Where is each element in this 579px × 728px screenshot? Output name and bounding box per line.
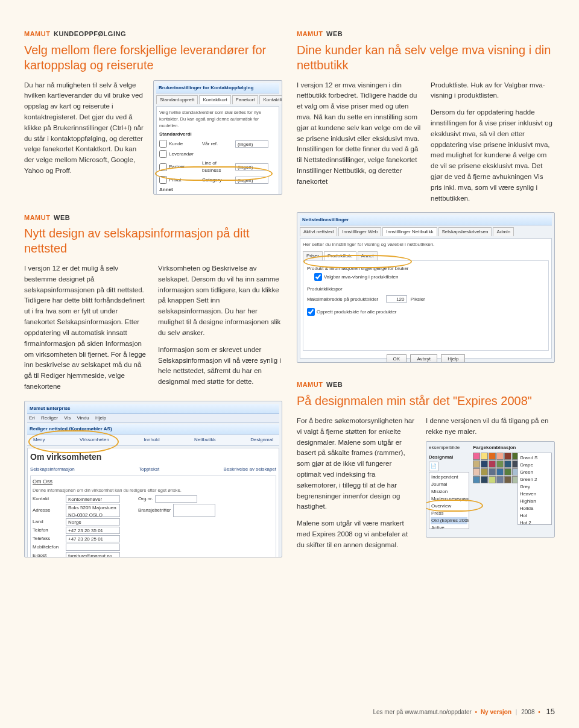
listbox-designmal[interactable]: IndependentJournalMissionModern newspape… xyxy=(429,472,469,529)
tab-admin[interactable]: Admin xyxy=(493,227,514,236)
article-title: På designmalen min står det "Expires 200… xyxy=(297,394,555,409)
dialog-title: Brukerinnstillinger for Kontaktoppfølgin… xyxy=(156,83,279,93)
screenshot-mamut-enterprise: Mamut Enterprise Eri Rediger Vis Vindu H… xyxy=(24,401,282,557)
fld-orgnr[interactable] xyxy=(155,495,197,503)
category-tag: MAMUT KUNDEOPPFØLGING xyxy=(24,29,282,39)
tab-fanekort[interactable]: Fanekort xyxy=(232,95,259,104)
chk-partner[interactable] xyxy=(159,163,167,171)
menu-view[interactable]: Vis xyxy=(64,415,71,421)
lbl-fargekombinasjon: Fargekombinasjon xyxy=(473,444,513,451)
footer-year: 2008 xyxy=(521,709,534,715)
menu-file[interactable]: Eri xyxy=(29,415,35,421)
menu-window[interactable]: Vindu xyxy=(77,415,89,421)
tab-kontaktkort[interactable]: Kontaktkort xyxy=(199,95,230,104)
dd-category[interactable]: (Ingen) xyxy=(235,177,268,184)
tab-inst-web[interactable]: Innstillinger Web xyxy=(338,227,381,236)
subtab-annet[interactable]: Annet xyxy=(358,251,378,260)
lbl-eksempelbilde: eksempelbilde xyxy=(429,444,469,451)
nav-virksomheten[interactable]: Virksomheten xyxy=(80,436,109,444)
article-body-right: Produktliste. Huk av for Valgbar mva- vi… xyxy=(431,80,555,102)
screenshot-designmal: eksempelbilde Designmal 📄 IndependentJou… xyxy=(426,441,555,538)
chk-kunde[interactable] xyxy=(159,140,167,148)
menu-edit[interactable]: Rediger xyxy=(41,415,58,421)
article-mva: MAMUT WEB Dine kunder kan nå selv velge … xyxy=(297,29,555,370)
article-body-right: Virksomheten og Beskrivelse av selskapet… xyxy=(158,263,282,339)
menubar: Eri Rediger Vis Vindu Hjelp xyxy=(27,414,279,423)
menu-help[interactable]: Hjelp xyxy=(95,415,106,421)
tab-selskapsbeskrivelse[interactable]: Selskapsbeskrivelsen xyxy=(438,227,492,236)
article-body-left-2: Malene som utgår vil være markert med Ex… xyxy=(297,518,416,550)
article-body-left: I versjon 12 er mva visningen i din nett… xyxy=(297,80,421,204)
subtab-produktliste[interactable]: Produktliste xyxy=(324,251,356,260)
fld-kontakt[interactable]: Kontoinnehaver xyxy=(66,495,120,503)
article-title: Velg mellom flere forskjellige leverandø… xyxy=(24,43,282,73)
article-selskapsinfo: MAMUT WEB Nytt design av selskapsinforma… xyxy=(24,213,282,557)
subtab-priser[interactable]: Priser xyxy=(303,251,323,260)
article-body-right-2: Dersom du før oppdatering hadde innstill… xyxy=(431,107,555,204)
fld-bransje[interactable] xyxy=(173,504,215,517)
nav-meny[interactable]: Meny xyxy=(33,436,45,444)
cancel-button[interactable]: Avbryt xyxy=(410,354,437,363)
article-kart: MAMUT KUNDEOPPFØLGING Velg mellom flere … xyxy=(24,29,282,203)
article-body-right: I denne versjonen vil du få tilgang på e… xyxy=(426,416,555,438)
fld-maxwidth[interactable]: 120 xyxy=(386,295,407,303)
category-tag: MAMUT WEB xyxy=(297,380,555,390)
wizard-title: Rediger nettsted (Kontormøbler AS) xyxy=(27,424,279,435)
tab-standardopprett[interactable]: Standardopprett xyxy=(156,95,198,104)
article-title: Dine kunder kan nå selv velge mva visnin… xyxy=(297,43,555,73)
ok-button[interactable]: OK xyxy=(387,354,407,363)
dialog-tabs: Standardopprett Kontaktkort Fanekort Kon… xyxy=(156,95,279,104)
chk-opprett-produktside[interactable] xyxy=(307,308,315,316)
thumb-icon: 📄 xyxy=(429,462,438,471)
group-annet: Annet xyxy=(159,186,276,193)
dd-land[interactable]: Norge xyxy=(66,518,120,526)
tab-kontaktliste[interactable]: Kontaktliste xyxy=(259,95,282,104)
category-tag-web: MAMUT WEB xyxy=(24,213,282,223)
page-number: 15 xyxy=(546,707,555,716)
section-heading: Om virksomheten xyxy=(30,451,276,463)
listbox-farge[interactable]: Grand SGrapeGreenGreen 2GreyHeavenHighla… xyxy=(517,453,552,525)
article-body-left: For å bedre søkemotorsynligheten har vi … xyxy=(297,416,416,512)
chk-privat[interactable] xyxy=(159,176,167,184)
lbl-designmal: Designmal xyxy=(429,454,469,461)
nav-designmal[interactable]: Designmal xyxy=(250,436,273,444)
article-body: Du har nå muligheten til selv å velge hv… xyxy=(24,80,144,195)
tab-aktivt[interactable]: Aktivt nettsted xyxy=(300,227,337,236)
sub-omoss: Om Oss xyxy=(33,479,52,485)
footer-readmore: Les mer på www.mamut.no/oppdater xyxy=(373,709,471,715)
nav-innhold[interactable]: Innhold xyxy=(144,436,159,444)
tag-brand: MAMUT xyxy=(24,30,50,37)
article-expires: MAMUT WEB På designmalen min står det "E… xyxy=(297,380,555,559)
screenshot-brukerinnstillinger: Brukerinnstillinger for Kontaktoppfølgin… xyxy=(153,80,282,195)
tab-inst-nettbutikk[interactable]: Innstillinger Nettbutikk xyxy=(382,227,437,236)
chk-valgbar-mva[interactable] xyxy=(314,273,322,281)
fld-epost[interactable]: furniture@mamut.no xyxy=(66,552,120,557)
fld-adresse[interactable]: Boks 5205 Majorstuen NO-0302 OSLO xyxy=(66,504,120,517)
dialog-intro: Velg hvilke standardverdier som skal set… xyxy=(159,109,276,130)
screenshot-nettstedinnstillinger: Nettstedinnstillinger Aktivt nettsted In… xyxy=(297,212,555,363)
article-body-right-2: Informasjon som er skrevet under Selskap… xyxy=(158,345,282,388)
dd-lob[interactable]: (Ingen) xyxy=(235,163,268,171)
fld-mobil[interactable] xyxy=(66,544,120,551)
group-standardverdi: Standardverdi xyxy=(159,131,276,138)
footer-label: Ny versjon xyxy=(481,709,511,715)
nav-nettbutikk[interactable]: Nettbutikk xyxy=(194,436,216,444)
article-body-left: I versjon 12 er det mulig å selv bestemm… xyxy=(24,263,148,392)
category-tag: MAMUT WEB xyxy=(297,29,555,39)
chk-leverandor[interactable] xyxy=(159,150,167,158)
fld-telefaks[interactable]: +47 23 20 25 01 xyxy=(66,535,120,542)
color-palette[interactable] xyxy=(473,453,513,483)
page-footer: Les mer på www.mamut.no/oppdater • Ny ve… xyxy=(373,706,555,718)
app-title: Mamut Enterprise xyxy=(27,404,279,414)
link-selskapsinfo[interactable]: Selskapsinformasjon xyxy=(30,466,75,473)
article-title: Nytt design av selskapsinformasjon på di… xyxy=(24,226,282,256)
help-button[interactable]: Hjelp xyxy=(441,354,465,363)
link-beskrivelse[interactable]: Beskrivelse av selskapet xyxy=(223,466,276,473)
dd-vaarref[interactable]: (Ingen) xyxy=(235,140,268,148)
dialog-title: Nettstedinnstillinger xyxy=(300,215,552,225)
tag-section: KUNDEOPPFØLGING xyxy=(54,30,126,37)
fld-telefon[interactable]: +47 23 20 35 01 xyxy=(66,527,120,534)
link-topptekst[interactable]: Topptekst xyxy=(139,466,159,473)
